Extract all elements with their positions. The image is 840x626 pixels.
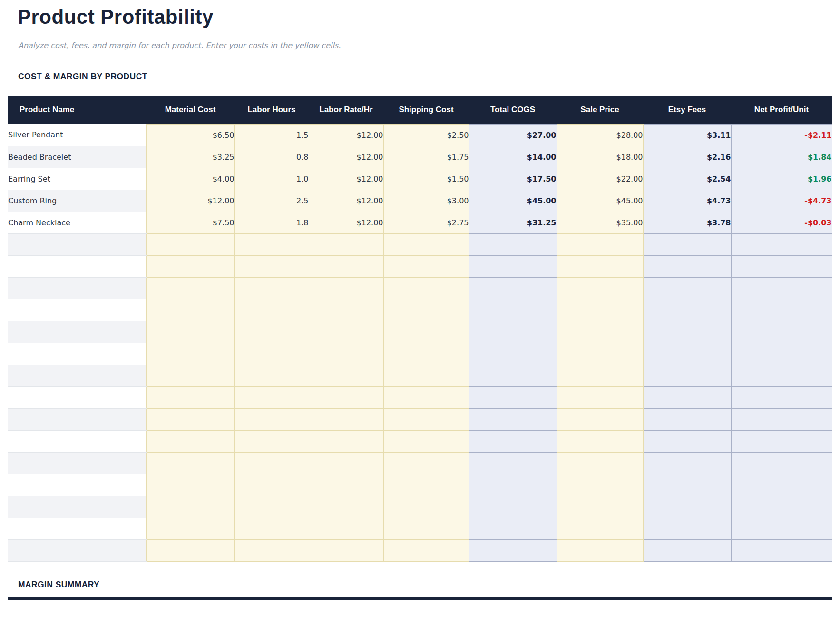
- cell-labor_hours[interactable]: [234, 539, 309, 561]
- cell-labor_rate[interactable]: [309, 365, 383, 386]
- cell-labor_rate[interactable]: [309, 518, 383, 539]
- cell-material_cost[interactable]: $7.50: [146, 212, 234, 233]
- cell-labor_rate[interactable]: $12.00: [309, 124, 383, 146]
- cell-name[interactable]: Custom Ring: [8, 190, 146, 212]
- cell-material_cost[interactable]: [146, 408, 234, 430]
- cell-shipping_cost[interactable]: [383, 343, 469, 365]
- cell-material_cost[interactable]: [146, 299, 234, 321]
- cell-shipping_cost[interactable]: $1.75: [383, 146, 469, 168]
- cell-name[interactable]: Silver Pendant: [8, 124, 146, 146]
- cell-labor_hours[interactable]: [234, 452, 309, 474]
- cell-name[interactable]: [8, 496, 146, 518]
- cell-labor_rate[interactable]: [309, 474, 383, 496]
- cell-shipping_cost[interactable]: [383, 321, 469, 343]
- cell-labor_rate[interactable]: [309, 299, 383, 321]
- cell-shipping_cost[interactable]: [383, 299, 469, 321]
- cell-labor_rate[interactable]: [309, 321, 383, 343]
- cell-shipping_cost[interactable]: $3.00: [383, 190, 469, 212]
- cell-sale_price[interactable]: $35.00: [557, 212, 643, 233]
- cell-labor_rate[interactable]: [309, 255, 383, 277]
- cell-sale_price[interactable]: [557, 365, 643, 386]
- cell-name[interactable]: Charm Necklace: [8, 212, 146, 233]
- cell-labor_rate[interactable]: [309, 452, 383, 474]
- cell-shipping_cost[interactable]: [383, 408, 469, 430]
- cell-shipping_cost[interactable]: [383, 277, 469, 299]
- cell-sale_price[interactable]: [557, 255, 643, 277]
- cell-labor_hours[interactable]: [234, 277, 309, 299]
- cell-material_cost[interactable]: [146, 452, 234, 474]
- cell-material_cost[interactable]: [146, 343, 234, 365]
- cell-labor_rate[interactable]: [309, 496, 383, 518]
- cell-labor_rate[interactable]: $12.00: [309, 212, 383, 233]
- cell-material_cost[interactable]: [146, 386, 234, 408]
- cell-name[interactable]: [8, 386, 146, 408]
- cell-material_cost[interactable]: [146, 365, 234, 386]
- cell-labor_rate[interactable]: [309, 343, 383, 365]
- cell-shipping_cost[interactable]: [383, 386, 469, 408]
- cell-labor_rate[interactable]: [309, 277, 383, 299]
- cell-material_cost[interactable]: $12.00: [146, 190, 234, 212]
- cell-labor_hours[interactable]: 0.8: [234, 146, 309, 168]
- cell-name[interactable]: [8, 430, 146, 452]
- cell-name[interactable]: Beaded Bracelet: [8, 146, 146, 168]
- cell-name[interactable]: [8, 343, 146, 365]
- cell-sale_price[interactable]: [557, 386, 643, 408]
- cell-labor_hours[interactable]: [234, 365, 309, 386]
- cell-shipping_cost[interactable]: $1.50: [383, 168, 469, 190]
- cell-name[interactable]: [8, 518, 146, 539]
- cell-labor_rate[interactable]: [309, 386, 383, 408]
- cell-material_cost[interactable]: [146, 518, 234, 539]
- cell-shipping_cost[interactable]: [383, 452, 469, 474]
- cell-material_cost[interactable]: [146, 496, 234, 518]
- cell-material_cost[interactable]: [146, 539, 234, 561]
- cell-sale_price[interactable]: [557, 233, 643, 255]
- cell-labor_rate[interactable]: [309, 233, 383, 255]
- cell-labor_rate[interactable]: $12.00: [309, 146, 383, 168]
- cell-shipping_cost[interactable]: $2.50: [383, 124, 469, 146]
- cell-name[interactable]: [8, 408, 146, 430]
- cell-sale_price[interactable]: $18.00: [557, 146, 643, 168]
- cell-sale_price[interactable]: $22.00: [557, 168, 643, 190]
- cell-sale_price[interactable]: [557, 277, 643, 299]
- cell-labor_hours[interactable]: [234, 343, 309, 365]
- cell-name[interactable]: Earring Set: [8, 168, 146, 190]
- cell-labor_hours[interactable]: [234, 518, 309, 539]
- cell-sale_price[interactable]: [557, 496, 643, 518]
- cell-sale_price[interactable]: [557, 430, 643, 452]
- cell-labor_rate[interactable]: $12.00: [309, 168, 383, 190]
- cell-name[interactable]: [8, 365, 146, 386]
- cell-sale_price[interactable]: [557, 321, 643, 343]
- cell-labor_hours[interactable]: [234, 321, 309, 343]
- cell-shipping_cost[interactable]: [383, 233, 469, 255]
- cell-name[interactable]: [8, 539, 146, 561]
- cell-labor_hours[interactable]: 1.8: [234, 212, 309, 233]
- cell-name[interactable]: [8, 321, 146, 343]
- cell-material_cost[interactable]: $3.25: [146, 146, 234, 168]
- cell-material_cost[interactable]: [146, 474, 234, 496]
- cell-labor_hours[interactable]: [234, 255, 309, 277]
- cell-shipping_cost[interactable]: [383, 496, 469, 518]
- cell-name[interactable]: [8, 277, 146, 299]
- cell-shipping_cost[interactable]: [383, 255, 469, 277]
- cell-sale_price[interactable]: [557, 343, 643, 365]
- cell-sale_price[interactable]: [557, 452, 643, 474]
- cell-labor_hours[interactable]: 1.5: [234, 124, 309, 146]
- cell-labor_hours[interactable]: [234, 430, 309, 452]
- cell-sale_price[interactable]: [557, 539, 643, 561]
- cell-material_cost[interactable]: $4.00: [146, 168, 234, 190]
- cell-sale_price[interactable]: $45.00: [557, 190, 643, 212]
- cell-name[interactable]: [8, 233, 146, 255]
- cell-name[interactable]: [8, 299, 146, 321]
- cell-shipping_cost[interactable]: [383, 365, 469, 386]
- cell-labor_rate[interactable]: $12.00: [309, 190, 383, 212]
- cell-labor_hours[interactable]: [234, 408, 309, 430]
- cell-material_cost[interactable]: [146, 255, 234, 277]
- cell-labor_rate[interactable]: [309, 408, 383, 430]
- cell-sale_price[interactable]: [557, 474, 643, 496]
- cell-material_cost[interactable]: [146, 233, 234, 255]
- cell-name[interactable]: [8, 255, 146, 277]
- cell-labor_hours[interactable]: [234, 474, 309, 496]
- cell-sale_price[interactable]: $28.00: [557, 124, 643, 146]
- cell-shipping_cost[interactable]: [383, 539, 469, 561]
- cell-material_cost[interactable]: $6.50: [146, 124, 234, 146]
